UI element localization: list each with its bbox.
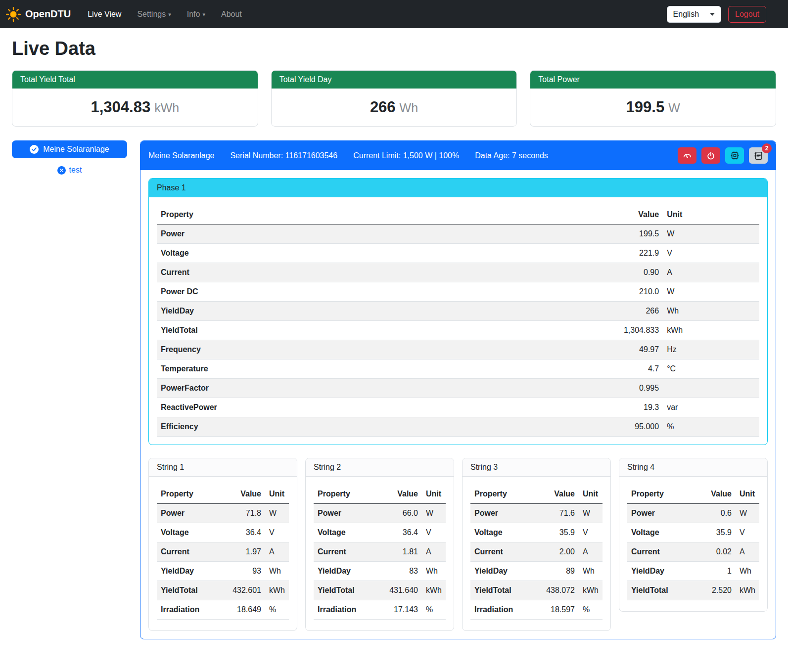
property-cell: YieldTotal [314,581,381,600]
unit-cell: % [422,600,446,620]
value-cell: 36.4 [381,523,422,542]
logout-button[interactable]: Logout [728,6,766,23]
total-yield-total-value: 1,304.83 [91,98,150,116]
property-cell: Power [470,504,538,523]
inverter-panel: Meine Solaranlage Serial Number: 1161716… [140,140,776,639]
total-yield-total-card: Total Yield Total 1,304.83kWh [12,70,258,127]
card-value: 1,304.83kWh [12,89,258,126]
firmware-info-button[interactable] [725,147,744,164]
string-card-title: String 2 [306,458,454,477]
inverter-test-link[interactable]: test [12,166,127,175]
table-row: Irradiation18.649% [157,600,289,620]
nav-about[interactable]: About [217,6,246,23]
string-card: String 4 Property Value Unit Power0.6WVo… [619,458,768,612]
phase-table-body: Power199.5WVoltage221.9VCurrent0.90APowe… [157,224,759,437]
table-row: YieldTotal2.520kWh [627,581,759,600]
table-row: ReactivePower19.3var [157,398,759,417]
property-cell: YieldDay [470,562,538,581]
column-header-unit: Unit [663,205,759,224]
unit-cell: V [422,523,446,542]
value-cell: 431.640 [381,581,422,600]
property-cell: Voltage [627,523,695,542]
unit-cell: A [663,263,759,282]
table-row: Irradiation18.597% [470,600,603,620]
property-cell: YieldDay [627,562,695,581]
journal-text-icon [754,151,763,160]
event-log-button[interactable]: 2 [749,147,768,164]
string-table-body: Power66.0WVoltage36.4VCurrent1.81AYieldD… [314,504,446,620]
property-cell: YieldTotal [157,321,603,340]
column-header-property: Property [157,205,603,224]
phase-card-title: Phase 1 [149,179,767,197]
table-row: PowerFactor0.995 [157,379,759,398]
content-row: Meine Solaranlage test Meine Solaranlage… [12,140,776,639]
table-row: Efficiency95.000% [157,417,759,437]
inverter-select-button[interactable]: Meine Solaranlage [12,140,127,158]
unit-cell: Wh [736,562,759,581]
unit-cell: W [736,504,759,523]
x-circle-icon [57,166,66,175]
card-title: Total Yield Total [12,71,258,89]
value-cell: 1.97 [225,542,265,562]
total-power-unit: W [668,101,680,115]
event-count-badge: 2 [762,143,772,153]
unit-cell: A [265,542,289,562]
table-row: YieldTotal1,304.833kWh [157,321,759,340]
table-row: Irradiation17.143% [314,600,446,620]
string-cards: String 1 Property Value Unit Power71.8WV… [148,458,768,631]
string-card-title: String 3 [463,458,610,477]
value-cell: 93 [225,562,265,581]
value-cell: 71.6 [538,504,579,523]
property-cell: ReactivePower [157,398,603,417]
property-cell: Voltage [470,523,538,542]
table-row: Current0.02A [627,542,759,562]
column-header-value: Value [381,485,422,504]
unit-cell: W [422,504,446,523]
value-cell: 438.072 [538,581,579,600]
value-cell: 2.00 [538,542,579,562]
property-cell: Efficiency [157,417,603,437]
property-cell: YieldTotal [627,581,695,600]
phase-card-body: Property Value Unit Power199.5WVoltage22… [149,197,767,445]
value-cell: 18.597 [538,600,579,620]
value-cell: 19.3 [603,398,663,417]
value-cell: 66.0 [381,504,422,523]
table-row: Power71.8W [157,504,289,523]
property-cell: Current [157,263,603,282]
unit-cell: V [265,523,289,542]
nav-info[interactable]: Info▾ [183,6,209,23]
value-cell: 2.520 [695,581,736,600]
chevron-down-icon [710,13,715,16]
limit-settings-button[interactable] [678,147,696,164]
table-header-row: Property Value Unit [157,205,759,224]
nav-settings[interactable]: Settings▾ [133,6,175,23]
unit-cell: kWh [579,581,603,600]
column-header-unit: Unit [736,485,759,504]
table-row: Voltage36.4V [314,523,446,542]
unit-cell: V [579,523,603,542]
table-header-row: Property Value Unit [157,485,289,504]
nav-live-view[interactable]: Live View [84,6,125,23]
value-cell: 4.7 [603,359,663,379]
value-cell: 1 [695,562,736,581]
caret-down-icon: ▾ [202,11,205,18]
table-row: Temperature4.7°C [157,359,759,379]
value-cell: 210.0 [603,282,663,302]
cpu-chip-icon [730,151,740,160]
value-cell: 0.90 [603,263,663,282]
table-header-row: Property Value Unit [627,485,759,504]
brand-name: OpenDTU [25,8,71,20]
power-button[interactable] [701,147,720,164]
total-power-value: 199.5 [626,98,665,116]
card-value: 266Wh [272,89,517,126]
inverter-sidebar: Meine Solaranlage test [12,140,127,175]
property-cell: Frequency [157,340,603,359]
property-cell: Voltage [314,523,381,542]
inverter-panel-header: Meine Solaranlage Serial Number: 1161716… [140,141,776,170]
brand-link[interactable]: OpenDTU [6,7,71,22]
table-row: Power71.6W [470,504,603,523]
string-card: String 1 Property Value Unit Power71.8WV… [148,458,297,631]
string-table: Property Value Unit Power71.6WVoltage35.… [470,485,603,620]
property-cell: Power [157,224,603,244]
language-select[interactable]: English [667,6,721,23]
